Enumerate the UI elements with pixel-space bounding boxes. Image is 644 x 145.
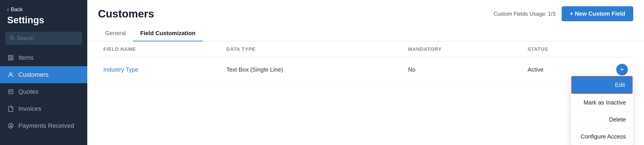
tab-general[interactable]: General [98,26,133,42]
page-header: Customers Custom Fields Usage: 1/3 + New… [87,0,644,21]
table-header-row: FIELD NAME DATA TYPE MANDATORY STATUS [98,42,633,57]
sidebar: ‹ Back Settings Items [0,0,87,145]
svg-rect-2 [8,56,10,57]
settings-title: Settings [0,15,87,32]
search-input[interactable] [17,35,78,42]
col-status: STATUS [522,42,606,57]
invoice-icon [7,105,14,112]
quote-icon [7,88,14,95]
new-custom-field-button[interactable]: + New Custom Field [562,6,633,21]
sidebar-item-payments-received-label: Payments Received [18,122,74,129]
svg-rect-5 [11,58,13,60]
main-content: Customers Custom Fields Usage: 1/3 + New… [87,0,644,145]
mandatory-cell: No [402,57,522,82]
action-cell: Edit Mark as Inactive Delete Configure A… [606,57,633,82]
svg-rect-3 [11,56,13,57]
table-container: FIELD NAME DATA TYPE MANDATORY STATUS In… [87,42,644,145]
sidebar-item-quotes-label: Quotes [18,88,38,95]
custom-fields-usage: Custom Fields Usage: 1/3 [494,11,556,17]
industry-type-link[interactable]: Industry Type [104,66,138,73]
custom-fields-table: FIELD NAME DATA TYPE MANDATORY STATUS In… [98,42,633,82]
data-type-cell: Text Box (Single Line) [221,57,402,82]
dropdown-item-mark-inactive[interactable]: Mark as Inactive [571,94,633,111]
table-row: Industry Type Text Box (Single Line) No … [98,57,633,82]
sidebar-item-quotes[interactable]: Quotes [0,83,87,100]
col-mandatory: MANDATORY [402,42,522,57]
svg-line-1 [13,39,14,40]
search-icon [9,35,14,42]
sidebar-item-payments-received[interactable]: Payments Received [0,117,87,134]
row-action-dropdown-menu: Edit Mark as Inactive Delete Configure A… [570,76,633,145]
header-actions: Custom Fields Usage: 1/3 + New Custom Fi… [494,6,633,21]
payment-icon [7,122,14,129]
back-label: Back [11,6,22,12]
sidebar-item-customers[interactable]: Customers [0,66,87,83]
sidebar-item-invoices[interactable]: Invoices [0,100,87,117]
page-title: Customers [98,8,154,20]
sidebar-item-invoices-label: Invoices [18,105,42,112]
svg-rect-4 [8,58,10,60]
back-button[interactable]: ‹ Back [0,0,87,15]
tab-field-customization[interactable]: Field Customization [133,26,203,42]
tab-bar: General Field Customization [87,26,644,42]
dropdown-item-edit[interactable]: Edit [571,76,632,94]
sidebar-nav: Items Customers Quotes [0,49,87,134]
back-arrow-icon: ‹ [7,6,9,12]
sidebar-item-customers-label: Customers [18,71,48,78]
field-name-cell: Industry Type [98,57,221,82]
svg-point-6 [10,73,12,75]
search-container [5,32,82,45]
col-data-type: DATA TYPE [221,42,402,57]
grid-icon [7,54,14,61]
sidebar-item-items-label: Items [18,54,34,61]
dropdown-item-delete[interactable]: Delete [571,111,633,128]
row-action-dropdown-button[interactable] [616,64,628,76]
col-field-name: FIELD NAME [98,42,221,57]
user-icon [7,71,14,78]
col-actions [606,42,633,57]
dropdown-item-configure-access[interactable]: Configure Access [571,128,633,145]
sidebar-item-items[interactable]: Items [0,49,87,66]
